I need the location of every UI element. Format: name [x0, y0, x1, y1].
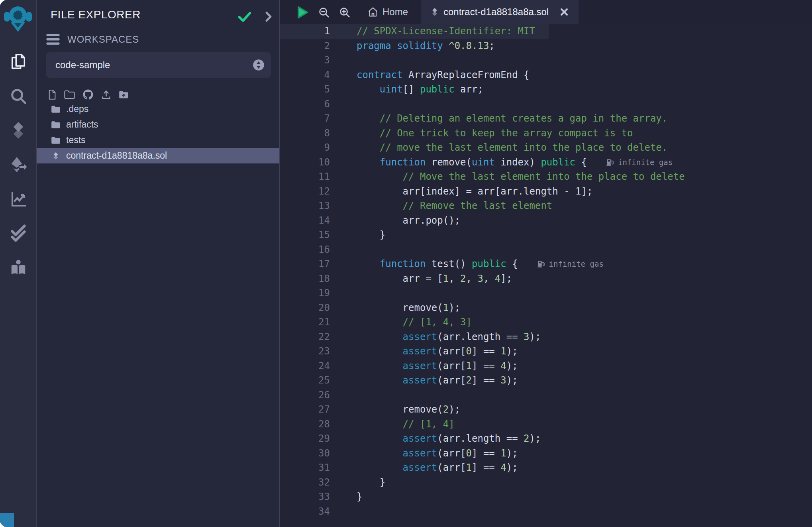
tab-close-icon[interactable] — [559, 7, 569, 17]
upload-folder-icon[interactable] — [118, 90, 129, 100]
gas-estimate-badge: infinite gas — [606, 155, 673, 170]
search-icon[interactable] — [0, 87, 37, 105]
code-editor[interactable]: 1// SPDX-License-Identifier: MIT2pragma … — [280, 24, 812, 519]
code-line[interactable]: 30 assert(arr[0] == 1); — [280, 446, 812, 461]
code-line[interactable]: 26 — [280, 388, 812, 403]
code-line[interactable]: 12 arr[index] = arr[arr.length - 1]; — [280, 184, 812, 199]
line-number: 33 — [280, 490, 330, 504]
code-line[interactable]: 27 remove(2); — [280, 402, 812, 417]
file-tree-row[interactable]: .deps — [37, 101, 280, 117]
line-number: 26 — [280, 388, 330, 403]
tab-contract-file[interactable]: contract-d1a8818a8a.sol — [421, 0, 579, 24]
code-line[interactable]: 18 arr = [1, 2, 3, 4]; — [280, 271, 812, 286]
line-number: 7 — [280, 111, 330, 126]
code-line-content: // Remove the last element — [330, 199, 552, 213]
code-line[interactable]: 29 assert(arr.length == 2); — [280, 431, 812, 446]
code-line-content: arr[index] = arr[arr.length - 1]; — [330, 184, 592, 199]
code-line[interactable]: 1// SPDX-License-Identifier: MIT — [280, 24, 812, 39]
collapse-chevron-icon[interactable] — [263, 9, 274, 25]
file-name: contract-d1a8818a8a.sol — [66, 150, 167, 161]
file-explorer-icon[interactable] — [0, 52, 37, 71]
workspaces-menu-icon[interactable] — [46, 33, 60, 45]
run-script-button[interactable] — [295, 5, 309, 21]
code-line-content — [330, 242, 357, 257]
remix-ide-window: FILE EXPLORER WORKSPACES code-s — [0, 0, 812, 527]
line-number: 9 — [280, 140, 330, 155]
code-line[interactable]: 9 // move the last element into the plac… — [280, 140, 812, 155]
code-line[interactable]: 16 — [280, 242, 812, 257]
line-number: 6 — [280, 97, 330, 112]
editor-area: Home contract-d1a8818a8a.sol — [280, 0, 812, 527]
code-line[interactable]: 28 // [1, 4] — [280, 417, 812, 432]
code-line-content: // Move the last element into the place … — [330, 169, 685, 184]
code-line-content: // [1, 4, 3] — [330, 315, 472, 330]
line-number: 16 — [280, 242, 330, 257]
file-tree-row[interactable]: contract-d1a8818a8a.sol — [37, 148, 280, 163]
code-line[interactable]: 3 — [280, 53, 812, 68]
solidity-compiler-icon[interactable] — [0, 121, 37, 140]
file-tree-row[interactable]: tests — [37, 132, 280, 148]
code-line-content: assert(arr[0] == 1); — [330, 344, 518, 359]
code-line[interactable]: 14 arr.pop(); — [280, 213, 812, 228]
code-line[interactable]: 23 assert(arr[0] == 1); — [280, 344, 812, 359]
code-line[interactable]: 8 // One trick to keep the array compact… — [280, 126, 812, 141]
code-line-content: assert(arr[0] == 1); — [330, 446, 518, 461]
code-line-content: contract ArrayReplaceFromEnd { — [330, 68, 529, 83]
code-line-content — [330, 286, 357, 301]
gas-estimate-badge: infinite gas — [537, 257, 604, 271]
code-line[interactable]: 7 // Deleting an element creates a gap i… — [280, 111, 812, 126]
line-number: 3 — [280, 53, 330, 68]
line-number: 21 — [280, 315, 330, 330]
new-file-icon[interactable] — [47, 89, 57, 100]
code-line-content: } — [330, 228, 385, 242]
code-line[interactable]: 4contract ArrayReplaceFromEnd { — [280, 68, 812, 83]
code-line[interactable]: 24 assert(arr[1] == 4); — [280, 359, 812, 374]
accept-check-icon[interactable] — [237, 9, 253, 25]
code-line[interactable]: 15 } — [280, 228, 812, 242]
code-line[interactable]: 33} — [280, 490, 812, 504]
code-line[interactable]: 32 } — [280, 475, 812, 490]
code-line[interactable]: 20 remove(1); — [280, 301, 812, 315]
line-number: 14 — [280, 213, 330, 228]
code-line[interactable]: 21 // [1, 4, 3] — [280, 315, 812, 330]
learneth-icon[interactable] — [0, 258, 37, 277]
code-line[interactable]: 17 function test() public {infinite gas — [280, 257, 812, 271]
code-line-content: assert(arr[2] == 3); — [330, 373, 518, 388]
home-icon — [367, 6, 379, 18]
remix-logo[interactable] — [2, 2, 33, 36]
code-line-content: } — [330, 475, 385, 490]
code-line[interactable]: 34 — [280, 504, 812, 519]
workspace-select[interactable]: code-sample — [46, 52, 271, 78]
upload-file-icon[interactable] — [101, 89, 112, 100]
code-line[interactable]: 25 assert(arr[2] == 3); — [280, 373, 812, 388]
zoom-out-icon[interactable] — [318, 6, 330, 20]
code-line[interactable]: 19 — [280, 286, 812, 301]
code-line[interactable]: 2pragma solidity ^0.8.13; — [280, 39, 812, 53]
line-number: 10 — [280, 155, 330, 170]
code-line-content: assert(arr.length == 3); — [330, 330, 541, 344]
tab-home[interactable]: Home — [362, 0, 414, 24]
code-line[interactable]: 22 assert(arr.length == 3); — [280, 330, 812, 344]
code-line[interactable]: 31 assert(arr[1] == 4); — [280, 460, 812, 475]
unit-testing-icon[interactable] — [0, 224, 37, 242]
code-line[interactable]: 10 function remove(uint index) public {i… — [280, 155, 812, 170]
code-line[interactable]: 11 // Move the last element into the pla… — [280, 169, 812, 184]
line-number: 31 — [280, 460, 330, 475]
code-line-content: function remove(uint index) public {infi… — [330, 155, 673, 170]
code-line-content: // Deleting an element creates a gap in … — [330, 111, 667, 126]
file-tree-row[interactable]: artifacts — [37, 117, 280, 132]
matomo-badge[interactable] — [0, 513, 14, 527]
file-name: artifacts — [66, 119, 98, 130]
new-folder-icon[interactable] — [64, 89, 75, 100]
deploy-run-icon[interactable] — [0, 155, 37, 174]
zoom-in-icon[interactable] — [339, 6, 351, 20]
line-number: 20 — [280, 301, 330, 315]
code-line[interactable]: 5 uint[] public arr; — [280, 82, 812, 97]
code-line-content: arr = [1, 2, 3, 4]; — [330, 271, 512, 286]
github-icon[interactable] — [82, 88, 94, 100]
code-line[interactable]: 13 // Remove the last element — [280, 199, 812, 213]
line-number: 18 — [280, 271, 330, 286]
code-line[interactable]: 6 — [280, 97, 812, 112]
static-analysis-icon[interactable] — [0, 190, 37, 208]
tab-bar: Home contract-d1a8818a8a.sol — [280, 0, 812, 24]
